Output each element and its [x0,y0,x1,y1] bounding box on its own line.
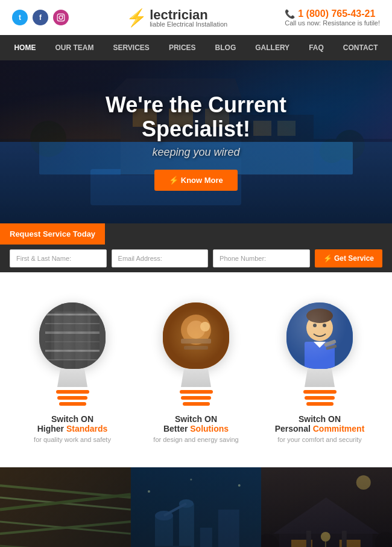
email-input[interactable] [112,249,209,267]
feature-1-title: Switch ONHigher Standards [20,414,125,433]
phone-number[interactable]: 📞 1 (800) 765-43-21 [285,8,380,19]
twitter-icon[interactable]: t [12,10,28,25]
nav-blog[interactable]: BLOG [206,35,246,60]
svg-rect-27 [181,339,211,344]
feature-2-desc: for design and energy saving [144,436,249,443]
nav-contact[interactable]: CONTACT [334,35,388,60]
feature-3-title: Switch ONPersonal Commitment [267,414,373,433]
nav-our-team[interactable]: OUR TEAM [45,35,103,60]
nav-home[interactable]: HOME [4,35,45,60]
request-form: ⚡ Get Service [0,245,392,272]
features-section: Switch ONHigher Standards for quality wo… [0,272,392,467]
svg-rect-38 [326,344,337,350]
phone-icon: 📞 [285,9,295,19]
svg-point-25 [181,315,211,345]
phone-area: 📞 1 (800) 765-43-21 Call us now: Resista… [285,8,380,27]
logo[interactable]: ⚡ lectrician liable Electrical Installat… [126,7,227,28]
nav-services[interactable]: SERVICES [103,35,159,60]
phone-input[interactable] [213,249,310,267]
bulb-3 [274,302,365,405]
feature-solutions: Switch ONBetter Solutions for design and… [144,302,249,443]
svg-point-26 [187,321,205,339]
top-bar: t f ⚡ lectrician liable Electrical Insta… [0,0,392,35]
svg-rect-30 [286,302,353,369]
hero-content: We're the Current Specialist! keeping yo… [106,93,286,190]
svg-point-33 [323,324,326,327]
phone-subtitle: Call us now: Resistance is futile! [285,19,380,27]
svg-point-13 [30,121,66,157]
hero-cta-button[interactable]: ⚡ Know More [154,170,238,191]
bulb-1 [27,302,118,405]
svg-rect-23 [54,312,90,360]
svg-rect-28 [184,346,208,350]
request-label[interactable]: Request Service Today [0,223,105,245]
svg-point-2 [62,15,63,16]
nav-gallery[interactable]: GALLERY [245,35,299,60]
feature-1-desc: for quality work and safety [20,436,125,443]
svg-rect-16 [39,302,106,369]
svg-point-32 [313,324,317,327]
bulb-2 [151,302,241,405]
feature-3-desc: for your comfort and security [267,436,373,443]
svg-rect-37 [324,339,337,347]
svg-point-15 [320,139,344,163]
svg-point-31 [306,315,333,341]
svg-marker-35 [314,342,326,348]
nav-prices[interactable]: PRICES [159,35,206,60]
hero-subtitle: keeping you wired [106,146,286,159]
svg-point-29 [200,322,210,331]
name-input[interactable] [10,249,107,267]
social-icons: t f [12,10,69,25]
hero-title: We're the Current Specialist! [106,93,286,141]
svg-rect-24 [163,302,229,369]
nav-faq[interactable]: FAQ [299,35,334,60]
svg-point-36 [306,309,333,323]
svg-rect-0 [57,14,65,21]
facebook-icon[interactable]: f [33,10,48,25]
instagram-icon[interactable] [53,10,69,25]
commercial-section[interactable]: Commercial More Info [0,467,131,547]
request-strip: Request Service Today ⚡ Get Service [0,223,392,272]
main-nav: HOME OUR TEAM SERVICES PRICES BLOG GALLE… [0,35,392,60]
feature-standards: Switch ONHigher Standards for quality wo… [20,302,125,443]
industrial-section[interactable]: Industrial More Info [131,467,262,547]
feature-2-title: Switch ONBetter Solutions [144,414,249,433]
hero-section: We're the Current Specialist! keeping yo… [0,60,392,223]
svg-point-1 [59,16,63,19]
get-service-button[interactable]: ⚡ Get Service [315,249,382,267]
svg-rect-34 [305,342,335,369]
logo-tagline: liable Electrical Installation [150,21,227,28]
logo-bolt-icon: ⚡ [126,8,147,28]
feature-commitment: Switch ONPersonal Commitment for your co… [267,302,373,443]
bottom-sections: Commercial More Info [0,467,392,547]
residential-section[interactable]: Residential More Info [261,467,392,547]
